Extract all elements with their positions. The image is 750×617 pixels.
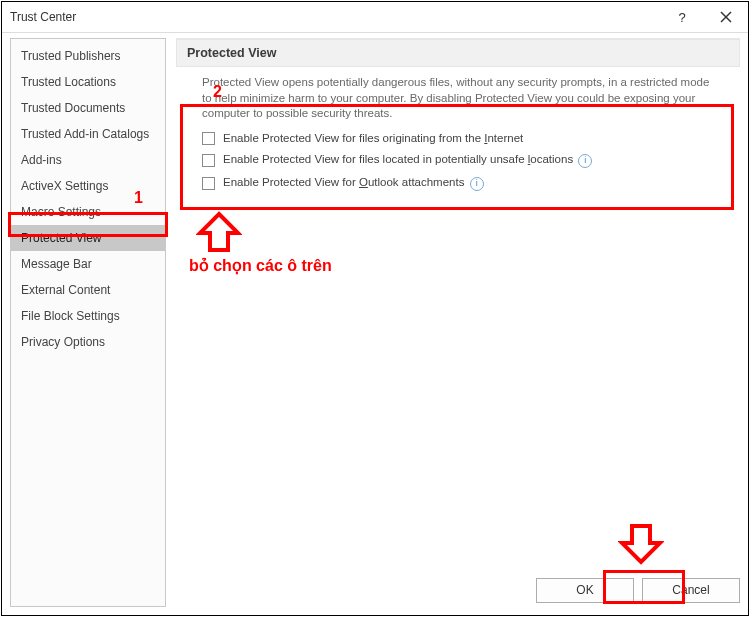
cancel-button[interactable]: Cancel	[642, 578, 740, 603]
checkbox-unsafe-locations[interactable]	[202, 154, 215, 167]
content-pane: Protected View Protected View opens pote…	[176, 38, 740, 569]
section-header: Protected View	[176, 39, 740, 67]
close-icon	[720, 11, 732, 23]
category-sidebar: Trusted Publishers Trusted Locations Tru…	[10, 38, 166, 607]
checkbox-label: Enable Protected View for files located …	[223, 153, 592, 168]
checkbox-outlook-attachments[interactable]	[202, 177, 215, 190]
sidebar-item-trusted-documents[interactable]: Trusted Documents	[11, 95, 165, 121]
check-row-outlook-attachments: Enable Protected View for Outlook attach…	[176, 172, 740, 195]
sidebar-item-privacy-options[interactable]: Privacy Options	[11, 329, 165, 355]
sidebar-item-external-content[interactable]: External Content	[11, 277, 165, 303]
checkbox-internet-files[interactable]	[202, 132, 215, 145]
sidebar-item-add-ins[interactable]: Add-ins	[11, 147, 165, 173]
info-icon[interactable]: i	[470, 177, 484, 191]
titlebar: Trust Center ?	[2, 2, 748, 33]
sidebar-item-protected-view[interactable]: Protected View	[11, 225, 165, 251]
sidebar-item-macro-settings[interactable]: Macro Settings	[11, 199, 165, 225]
footer: OK Cancel	[536, 573, 740, 607]
sidebar-item-file-block-settings[interactable]: File Block Settings	[11, 303, 165, 329]
window-title: Trust Center	[10, 10, 76, 24]
dialog-body: Trusted Publishers Trusted Locations Tru…	[2, 32, 748, 615]
ok-button[interactable]: OK	[536, 578, 634, 603]
sidebar-item-trusted-addin-catalogs[interactable]: Trusted Add-in Catalogs	[11, 121, 165, 147]
section-description: Protected View opens potentially dangero…	[176, 75, 732, 122]
sidebar-item-message-bar[interactable]: Message Bar	[11, 251, 165, 277]
help-button[interactable]: ?	[660, 2, 704, 32]
check-row-unsafe-locations: Enable Protected View for files located …	[176, 149, 740, 172]
sidebar-item-activex-settings[interactable]: ActiveX Settings	[11, 173, 165, 199]
check-row-internet-files: Enable Protected View for files originat…	[176, 128, 740, 149]
sidebar-item-trusted-locations[interactable]: Trusted Locations	[11, 69, 165, 95]
checkbox-label: Enable Protected View for Outlook attach…	[223, 176, 484, 191]
close-button[interactable]	[704, 2, 748, 32]
checkbox-label: Enable Protected View for files originat…	[223, 132, 523, 144]
info-icon[interactable]: i	[578, 154, 592, 168]
sidebar-item-trusted-publishers[interactable]: Trusted Publishers	[11, 43, 165, 69]
trust-center-window: Trust Center ? Trusted Publishers Truste…	[1, 1, 749, 616]
